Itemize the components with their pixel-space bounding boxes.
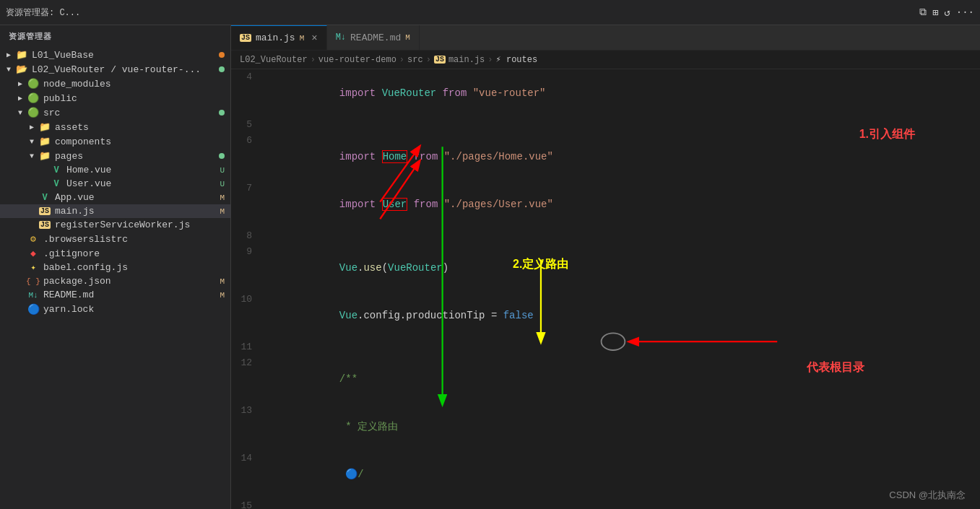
sidebar-item-babel[interactable]: ✦ babel.config.js: [0, 261, 230, 274]
sidebar-item-label: main.js: [55, 206, 220, 217]
line-number: 15: [231, 498, 264, 509]
json-icon: { }: [26, 277, 40, 286]
sidebar-item-label: L02_VueRouter / vue-router-...: [32, 64, 219, 75]
arrow-icon: ▶: [14, 94, 26, 103]
line-number: 6: [231, 133, 264, 149]
line-content: const routes = [: [264, 498, 980, 509]
folder-open-icon: 📂: [14, 64, 29, 75]
code-line-5: 5: [231, 117, 980, 133]
tab-main-js[interactable]: JS main.js M ×: [231, 25, 327, 50]
breadcrumb: L02_VueRouter › vue-router-demo › src › …: [231, 51, 980, 69]
sidebar-item-l02[interactable]: ▼ 📂 L02_VueRouter / vue-router-...: [0, 62, 230, 77]
vue-icon: V: [49, 165, 64, 175]
more-icon[interactable]: ···: [956, 6, 974, 18]
sidebar-item-pages[interactable]: ▼ 📁 pages: [0, 149, 230, 163]
refresh-icon[interactable]: ↺: [944, 6, 950, 19]
top-bar-title: 资源管理器: C...: [6, 6, 80, 19]
sidebar-item-yarn-lock[interactable]: 🔵 yarn.lock: [0, 302, 230, 317]
sidebar-item-label: babel.config.js: [43, 262, 230, 273]
file-status-badge: M: [220, 291, 230, 300]
sidebar-item-package-json[interactable]: { } package.json M: [0, 274, 230, 288]
file-status-badge: U: [220, 166, 230, 175]
code-line-4: 4 import VueRouter from "vue-router": [231, 69, 980, 117]
file-status-badge: M: [220, 193, 230, 202]
sidebar-item-assets[interactable]: ▶ 📁 assets: [0, 120, 230, 134]
sidebar-item-browserslistrc[interactable]: ⚙ .browserslistrc: [0, 232, 230, 246]
code-line-6: 6 import Home from "./pages/Home.vue": [231, 133, 980, 180]
line-content: * 定义路由: [264, 403, 980, 451]
modified-indicator: M: [300, 34, 305, 43]
breadcrumb-part[interactable]: vue-router-demo: [318, 55, 396, 65]
line-content: Vue.config.productionTip = false: [264, 292, 980, 339]
file-status-badge: U: [220, 180, 230, 188]
sidebar-item-user-vue[interactable]: V User.vue U: [0, 177, 230, 191]
sidebar-item-src[interactable]: ▼ 🟢 src: [0, 105, 230, 120]
close-icon[interactable]: ×: [311, 32, 317, 44]
git-icon: ◆: [26, 248, 40, 259]
sidebar-item-register-sw[interactable]: JS registerServiceWorker.js: [0, 218, 230, 232]
line-content: import Home from "./pages/Home.vue": [264, 133, 980, 180]
breadcrumb-js-icon: JS: [434, 56, 446, 64]
file-status-badge: M: [220, 277, 230, 286]
line-number: 9: [231, 244, 264, 260]
sidebar-item-public[interactable]: ▶ 🟢 public: [0, 91, 230, 105]
breadcrumb-sep: ›: [426, 55, 431, 65]
breadcrumb-sep: ›: [311, 55, 316, 65]
tabs-bar: JS main.js M × M↓ README.md M: [231, 25, 980, 51]
browserslist-icon: ⚙: [26, 233, 40, 245]
main-layout: 资源管理器 ▶ 📁 L01_VueBase ▼ 📂 L02_VueRouter …: [0, 25, 980, 509]
sidebar-item-label: src: [43, 108, 219, 118]
sidebar-item-label: .gitignore: [43, 248, 230, 259]
node-modules-icon: 🟢: [26, 78, 40, 90]
sidebar-item-readme[interactable]: M↓ README.md M: [0, 288, 230, 302]
split-icon[interactable]: ⊞: [932, 6, 938, 19]
line-number: 10: [231, 292, 264, 308]
sidebar-item-label: App.vue: [55, 192, 220, 203]
breadcrumb-part[interactable]: L02_VueRouter: [240, 55, 308, 65]
sidebar-item-label: assets: [55, 122, 230, 133]
sidebar-item-app-vue[interactable]: V App.vue M: [0, 191, 230, 204]
line-number: 13: [231, 403, 264, 419]
copy-icon[interactable]: ⧉: [919, 6, 927, 18]
line-number: 5: [231, 117, 264, 133]
folder-icon: 📁: [14, 49, 29, 61]
sidebar-item-label: README.md: [43, 290, 220, 300]
line-content: import VueRouter from "vue-router": [264, 69, 980, 117]
md-icon: M↓: [26, 291, 40, 300]
code-line-14: 14 🔵/: [231, 451, 980, 498]
code-line-11: 11: [231, 339, 980, 355]
arrow-icon: ▼: [3, 66, 14, 74]
line-content: [264, 117, 980, 133]
file-status-badge: M: [220, 207, 230, 216]
breadcrumb-part[interactable]: src: [407, 55, 423, 65]
sidebar-item-label: package.json: [43, 276, 220, 287]
breadcrumb-part-active[interactable]: ⚡ routes: [496, 54, 538, 65]
yarn-icon: 🔵: [26, 303, 40, 316]
breadcrumb-part[interactable]: main.js: [448, 55, 485, 65]
line-content: [264, 339, 980, 355]
sidebar-item-label: .browserslistrc: [43, 234, 230, 245]
sidebar-item-components[interactable]: ▼ 📁 components: [0, 134, 230, 149]
code-editor[interactable]: 4 import VueRouter from "vue-router" 5 6…: [231, 69, 980, 509]
sidebar-item-l01[interactable]: ▶ 📁 L01_VueBase: [0, 48, 230, 62]
code-line-15: 15 const routes = [: [231, 498, 980, 509]
line-number: 11: [231, 339, 264, 355]
sidebar-item-gitignore[interactable]: ◆ .gitignore: [0, 246, 230, 261]
arrow-icon: ▼: [26, 138, 38, 146]
sidebar-item-node-modules[interactable]: ▶ 🟢 node_modules: [0, 77, 230, 91]
sidebar-item-home-vue[interactable]: V Home.vue U: [0, 163, 230, 177]
sidebar-header: 资源管理器: [0, 25, 230, 48]
sidebar-item-main-js[interactable]: JS main.js M: [0, 204, 230, 218]
code-line-10: 10 Vue.config.productionTip = false: [231, 292, 980, 339]
line-number: 8: [231, 228, 264, 244]
sidebar-item-label: registerServiceWorker.js: [55, 219, 230, 230]
sidebar-item-label: yarn.lock: [43, 304, 230, 315]
tab-readme-md[interactable]: M↓ README.md M: [327, 25, 420, 50]
arrow-icon: ▶: [3, 51, 14, 59]
vue-icon: V: [38, 193, 52, 203]
status-dot: [219, 52, 225, 58]
code-line-7: 7 import User from "./pages/User.vue": [231, 180, 980, 228]
code-line-12: 12 /**: [231, 355, 980, 403]
code-editor-container: 4 import VueRouter from "vue-router" 5 6…: [231, 69, 980, 509]
sidebar-item-label: public: [43, 93, 230, 104]
